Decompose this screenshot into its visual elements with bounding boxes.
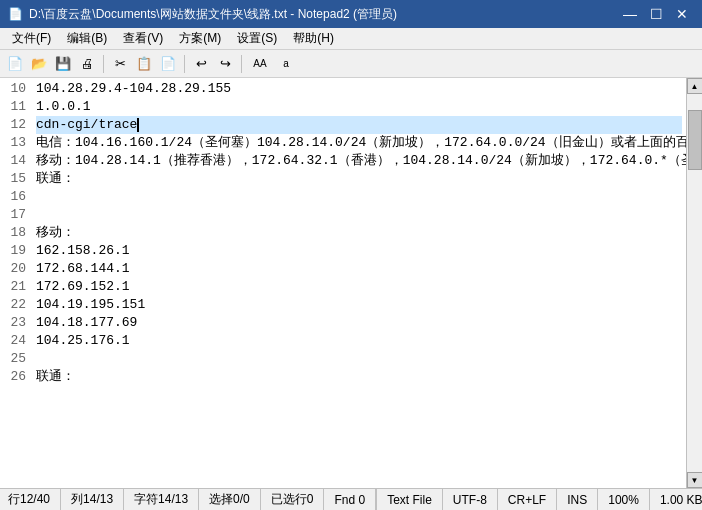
maximize-button[interactable]: ☐ bbox=[644, 4, 668, 24]
text-line: 电信：104.16.160.1/24（圣何塞）104.28.14.0/24（新加… bbox=[36, 134, 682, 152]
toolbar-separator-3 bbox=[241, 55, 242, 73]
status-selection: 选择0/0 bbox=[199, 489, 261, 510]
line-number: 23 bbox=[8, 314, 26, 332]
line-number: 13 bbox=[8, 134, 26, 152]
line-number: 11 bbox=[8, 98, 26, 116]
undo-button[interactable]: ↩ bbox=[190, 53, 212, 75]
text-line bbox=[36, 188, 682, 206]
text-line: 104.18.177.69 bbox=[36, 314, 682, 332]
window-controls: — ☐ ✕ bbox=[618, 4, 694, 24]
text-editor[interactable]: 104.28.29.4-104.28.29.1551.0.0.1cdn-cgi/… bbox=[32, 78, 686, 488]
status-insert-mode: INS bbox=[557, 489, 598, 510]
text-line bbox=[36, 350, 682, 368]
line-number: 20 bbox=[8, 260, 26, 278]
text-line: 移动：104.28.14.1（推荐香港），172.64.32.1（香港），104… bbox=[36, 152, 682, 170]
text-line: 移动： bbox=[36, 224, 682, 242]
content-wrapper: 1011121314151617181920212223242526 104.2… bbox=[0, 78, 686, 488]
save-button[interactable]: 💾 bbox=[52, 53, 74, 75]
text-line: 104.25.176.1 bbox=[36, 332, 682, 350]
line-number: 19 bbox=[8, 242, 26, 260]
text-line: 联通： bbox=[36, 368, 682, 386]
menu-scheme[interactable]: 方案(M) bbox=[171, 28, 229, 49]
text-line: 1.0.0.1 bbox=[36, 98, 682, 116]
menu-bar: 文件(F) 编辑(B) 查看(V) 方案(M) 设置(S) 帮助(H) bbox=[0, 28, 702, 50]
line-number: 17 bbox=[8, 206, 26, 224]
close-button[interactable]: ✕ bbox=[670, 4, 694, 24]
toolbar: 📄 📂 💾 🖨 ✂ 📋 📄 ↩ ↪ AA a bbox=[0, 50, 702, 78]
text-line: cdn-cgi/trace bbox=[36, 116, 682, 134]
line-number: 25 bbox=[8, 350, 26, 368]
line-number: 26 bbox=[8, 368, 26, 386]
status-zoom: 100% bbox=[598, 489, 650, 510]
status-file-type: Text File bbox=[376, 489, 443, 510]
status-line-ending: CR+LF bbox=[498, 489, 557, 510]
text-line: 172.68.144.1 bbox=[36, 260, 682, 278]
line-number: 12 bbox=[8, 116, 26, 134]
title-bar: 📄 D:\百度云盘\Documents\网站数据文件夹\线路.txt - Not… bbox=[0, 0, 702, 28]
case-button[interactable]: AA bbox=[247, 53, 273, 75]
line-number: 22 bbox=[8, 296, 26, 314]
status-position: 行12/40 bbox=[8, 489, 61, 510]
status-bar: 行12/40 列14/13 字符14/13 选择0/0 已选行0 Fnd 0 T… bbox=[0, 488, 702, 510]
editor-area: 1011121314151617181920212223242526 104.2… bbox=[0, 78, 702, 488]
menu-view[interactable]: 查看(V) bbox=[115, 28, 171, 49]
text-line: 104.28.29.4-104.28.29.155 bbox=[36, 80, 682, 98]
menu-file[interactable]: 文件(F) bbox=[4, 28, 59, 49]
scroll-down-arrow[interactable]: ▼ bbox=[687, 472, 703, 488]
status-file-size: 1.00 KB bbox=[650, 489, 702, 510]
scroll-up-arrow[interactable]: ▲ bbox=[687, 78, 703, 94]
text-line: 162.158.26.1 bbox=[36, 242, 682, 260]
redo-button[interactable]: ↪ bbox=[214, 53, 236, 75]
text-line: 104.19.195.151 bbox=[36, 296, 682, 314]
status-column: 列14/13 bbox=[61, 489, 124, 510]
scroll-thumb[interactable] bbox=[688, 110, 702, 170]
line-numbers: 1011121314151617181920212223242526 bbox=[0, 78, 32, 488]
new-button[interactable]: 📄 bbox=[4, 53, 26, 75]
line-number: 14 bbox=[8, 152, 26, 170]
text-line: 联通： bbox=[36, 170, 682, 188]
line-number: 21 bbox=[8, 278, 26, 296]
copy-button[interactable]: 📋 bbox=[133, 53, 155, 75]
line-number: 10 bbox=[8, 80, 26, 98]
vertical-scrollbar[interactable]: ▲ ▼ bbox=[686, 78, 702, 488]
print-button[interactable]: 🖨 bbox=[76, 53, 98, 75]
status-lines-selected: 已选行0 bbox=[261, 489, 325, 510]
toolbar-separator-2 bbox=[184, 55, 185, 73]
text-line: 172.69.152.1 bbox=[36, 278, 682, 296]
lowercase-button[interactable]: a bbox=[275, 53, 297, 75]
menu-edit[interactable]: 编辑(B) bbox=[59, 28, 115, 49]
status-find: Fnd 0 bbox=[324, 489, 376, 510]
line-number: 15 bbox=[8, 170, 26, 188]
line-number: 18 bbox=[8, 224, 26, 242]
line-number: 24 bbox=[8, 332, 26, 350]
cut-button[interactable]: ✂ bbox=[109, 53, 131, 75]
open-button[interactable]: 📂 bbox=[28, 53, 50, 75]
window-title: D:\百度云盘\Documents\网站数据文件夹\线路.txt - Notep… bbox=[29, 6, 618, 23]
status-chars: 字符14/13 bbox=[124, 489, 199, 510]
menu-help[interactable]: 帮助(H) bbox=[285, 28, 342, 49]
paste-button[interactable]: 📄 bbox=[157, 53, 179, 75]
line-number: 16 bbox=[8, 188, 26, 206]
window-icon: 📄 bbox=[8, 7, 23, 21]
status-encoding: UTF-8 bbox=[443, 489, 498, 510]
minimize-button[interactable]: — bbox=[618, 4, 642, 24]
text-line bbox=[36, 206, 682, 224]
menu-settings[interactable]: 设置(S) bbox=[229, 28, 285, 49]
toolbar-separator-1 bbox=[103, 55, 104, 73]
